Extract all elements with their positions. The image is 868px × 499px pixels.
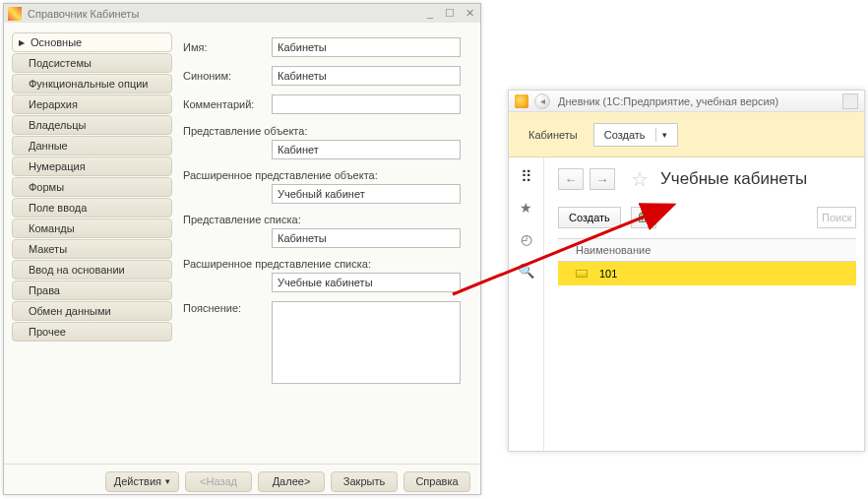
close-button[interactable]: Закрыть (331, 471, 398, 492)
favorite-star-icon[interactable]: ☆ (631, 167, 649, 191)
ent-toolbar: Кабинеты Создать ▾ (509, 112, 864, 157)
minimize-icon[interactable]: _ (423, 7, 437, 20)
nav-item-2[interactable]: Функциональные опции (12, 74, 172, 94)
star-icon[interactable]: ★ (518, 199, 535, 217)
table-row[interactable]: 101 (558, 262, 856, 285)
close-icon[interactable]: ✕ (463, 7, 476, 20)
expl-label: Пояснение: (183, 302, 266, 314)
objrep-input[interactable] (272, 140, 461, 159)
explanation-textarea[interactable] (272, 301, 461, 384)
name-input[interactable] (272, 37, 461, 57)
nav-item-14[interactable]: Прочее (12, 322, 172, 342)
search-input[interactable]: Поиск (817, 207, 856, 228)
ent-main: ← → ☆ Учебные кабинеты Создать 🗐 Поиск Н… (544, 157, 864, 451)
grid-icon[interactable]: ⠿ (518, 167, 535, 185)
page-title: Учебные кабинеты (660, 169, 807, 189)
chevron-down-icon: ▾ (662, 130, 667, 140)
search-icon[interactable]: 🔍 (518, 262, 535, 280)
listrep-input[interactable] (272, 228, 461, 248)
history-back-button[interactable]: ← (558, 168, 584, 190)
name-label: Имя: (183, 41, 272, 53)
nav-item-6[interactable]: Нумерация (12, 156, 172, 176)
nav-item-5[interactable]: Данные (12, 136, 172, 156)
extlist-input[interactable] (272, 273, 461, 292)
nav-item-13[interactable]: Обмен данными (12, 301, 172, 321)
nav-panel: ОсновныеПодсистемыФункциональные опцииИе… (4, 23, 177, 464)
col-name: Наименование (576, 244, 651, 256)
toolbar-create-label: Создать (604, 129, 646, 141)
extlist-label: Расширенное представление списка: (183, 258, 461, 270)
ent-title-bar: ◂ Дневник (1С:Предприятие, учебная верси… (509, 91, 864, 112)
history-forward-button[interactable]: → (589, 168, 615, 190)
window-title: Справочник Кабинеты (28, 8, 423, 20)
find-by-current-icon[interactable]: 🗐 (631, 207, 656, 228)
next-button[interactable]: Далее> (258, 471, 325, 492)
window-title-bar: Справочник Кабинеты _ ☐ ✕ (4, 4, 480, 23)
table-icon (8, 7, 22, 21)
enterprise-window: ◂ Дневник (1С:Предприятие, учебная верси… (508, 90, 865, 452)
comment-label: Комментарий: (183, 98, 272, 110)
chevron-left-icon[interactable]: ◂ (534, 94, 550, 109)
form-panel: Имя: Синоним: Комментарий: Представление… (177, 23, 480, 464)
nav-item-3[interactable]: Иерархия (12, 94, 172, 114)
grid-header: Наименование (558, 238, 856, 262)
designer-window: Справочник Кабинеты _ ☐ ✕ ОсновныеПодсис… (3, 3, 481, 495)
extobj-input[interactable] (272, 184, 461, 204)
synonym-label: Синоним: (183, 70, 272, 82)
back-button[interactable]: <Назад (185, 471, 252, 492)
toolbar-create-button[interactable]: Создать ▾ (593, 123, 678, 147)
ent-window-title: Дневник (1С:Предприятие, учебная версия) (558, 95, 778, 107)
nav-item-7[interactable]: Формы (12, 177, 172, 197)
nav-item-8[interactable]: Поле ввода (12, 198, 172, 218)
clock-icon[interactable]: ◴ (518, 230, 535, 248)
actions-button[interactable]: Действия (105, 471, 179, 492)
maximize-icon[interactable]: ☐ (443, 7, 457, 20)
nav-item-9[interactable]: Команды (12, 218, 172, 238)
list-create-button[interactable]: Создать (558, 207, 621, 228)
nav-item-10[interactable]: Макеты (12, 239, 172, 259)
item-icon (576, 270, 588, 278)
nav-item-11[interactable]: Ввод на основании (12, 260, 172, 280)
help-button[interactable]: Справка (403, 471, 470, 492)
nav-item-12[interactable]: Права (12, 281, 172, 300)
row-value: 101 (599, 268, 617, 280)
listrep-label: Представление списка: (183, 214, 461, 225)
comment-input[interactable] (272, 94, 461, 114)
footer-bar: Действия <Назад Далее> Закрыть Справка (4, 464, 480, 494)
objrep-label: Представление объекта: (183, 125, 461, 137)
nav-item-4[interactable]: Владельцы (12, 115, 172, 135)
nav-item-0[interactable]: Основные (12, 32, 172, 52)
synonym-input[interactable] (272, 66, 461, 86)
left-rail: ⠿ ★ ◴ 🔍 (509, 157, 544, 451)
tab-cabinets[interactable]: Кабинеты (528, 129, 578, 141)
extobj-label: Расширенное представление объекта: (183, 169, 461, 181)
nav-item-1[interactable]: Подсистемы (12, 53, 172, 73)
oneC-icon (515, 94, 528, 108)
sysmenu-icon[interactable] (842, 94, 858, 109)
